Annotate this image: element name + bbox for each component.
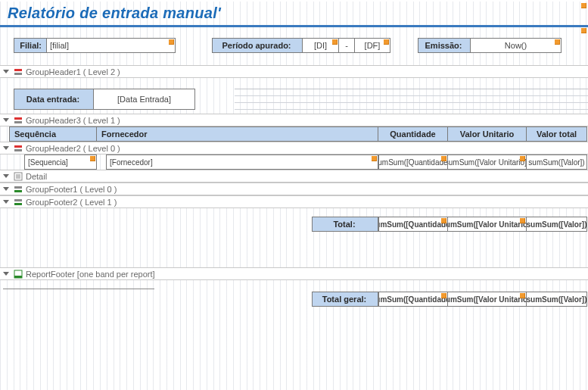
smart-tag-icon[interactable] [581, 3, 586, 8]
band-header-gf1[interactable]: GroupFooter1 ( Level 0 ) [0, 183, 588, 195]
gh1-body: Data entrada: [Data Entrada] [0, 78, 588, 114]
total-vu[interactable]: sumSum([Valor Unitario]) [448, 217, 527, 232]
svg-rect-2 [14, 117, 22, 120]
periodo-label: Período apurado: [212, 38, 303, 53]
cell-sum-qtd[interactable]: sumSum([Quantidade]) [378, 154, 448, 170]
report-title-band: Relatório de entrada manual' [0, 0, 588, 27]
band-label: ReportFooter [one band per report] [26, 270, 155, 279]
groupfooter-band-icon [14, 198, 23, 207]
reportfooter-band-icon [14, 270, 23, 279]
svg-rect-13 [14, 203, 22, 205]
smart-tag-icon[interactable] [90, 156, 95, 161]
band-label: GroupHeader2 ( Level 0 ) [26, 144, 120, 153]
detail-band-icon [14, 172, 23, 181]
smart-tag-icon[interactable] [555, 39, 560, 45]
collapse-toggle-icon[interactable] [3, 187, 9, 191]
svg-rect-11 [14, 190, 22, 192]
col-header-sequencia[interactable]: Sequência [9, 126, 97, 142]
collapse-toggle-icon[interactable] [3, 70, 9, 73]
smart-tag-icon[interactable] [441, 218, 446, 223]
periodo-df-field[interactable]: [DF] [354, 38, 390, 53]
groupheader-band-icon [14, 116, 23, 125]
smart-tag-icon[interactable] [520, 293, 525, 298]
svg-rect-15 [14, 276, 22, 278]
smart-tag-icon[interactable] [441, 293, 446, 298]
total-vt[interactable]: sumSum([Valor]) [527, 217, 587, 232]
smart-tag-icon[interactable] [441, 156, 446, 161]
cell-fornecedor[interactable]: [Fornecedor] [106, 154, 378, 170]
gh2-body: [Sequencia] [Fornecedor] sumSum([Quantid… [0, 154, 588, 170]
smart-tag-icon[interactable] [520, 156, 525, 161]
collapse-toggle-icon[interactable] [3, 200, 9, 204]
gf2-body: Total: sumSum([Quantidade]) sumSum([Valo… [0, 208, 588, 245]
band-header-detail[interactable]: Detail [0, 170, 588, 183]
filial-label: Filial: [14, 38, 47, 53]
svg-rect-10 [14, 186, 22, 189]
line-control[interactable] [3, 282, 154, 289]
col-header-valor-total[interactable]: Valor total [527, 126, 587, 142]
band-label: GroupFooter1 ( Level 0 ) [26, 185, 117, 194]
data-entrada-label: Data entrada: [14, 89, 94, 110]
periodo-dash: - [339, 38, 354, 53]
smart-tag-icon[interactable] [581, 28, 586, 33]
svg-rect-1 [14, 73, 22, 75]
svg-rect-0 [14, 69, 22, 71]
collapse-toggle-icon[interactable] [3, 174, 9, 178]
smart-tag-icon[interactable] [372, 156, 377, 161]
gh3-body: Sequência Fornecedor Quantidade Valor Un… [0, 126, 588, 142]
smart-tag-icon[interactable] [169, 39, 174, 45]
col-header-valor-unitario[interactable]: Valor Unitario [448, 126, 527, 142]
svg-rect-4 [14, 145, 22, 148]
data-entrada-field[interactable]: [Data Entrada] [94, 89, 195, 110]
grid-lines [235, 89, 588, 110]
report-params-band: Filial: [filial] Período apurado: [DI] -… [0, 27, 588, 65]
col-header-quantidade[interactable]: Quantidade [378, 126, 448, 142]
periodo-di-field[interactable]: [DI] [303, 38, 339, 53]
smart-tag-icon[interactable] [384, 39, 389, 45]
groupheader-band-icon [14, 144, 23, 153]
groupheader-band-icon [14, 67, 23, 76]
band-header-gh1[interactable]: GroupHeader1 ( Level 2 ) [0, 65, 588, 78]
band-header-gh2[interactable]: GroupHeader2 ( Level 0 ) [0, 142, 588, 154]
grand-total-vt[interactable]: sumSum([Valor]) [527, 292, 587, 307]
cell-sum-vu[interactable]: sumSum([Valor Unitario]) [448, 154, 527, 170]
svg-rect-3 [14, 121, 22, 123]
collapse-toggle-icon[interactable] [3, 272, 9, 276]
report-title: Relatório de entrada manual' [8, 5, 580, 22]
cell-sequencia[interactable]: [Sequencia] [24, 154, 97, 170]
svg-rect-5 [14, 149, 22, 151]
grand-total-vu[interactable]: sumSum([Valor Unitario]) [448, 292, 527, 307]
band-label: Detail [26, 172, 47, 181]
emissao-field[interactable]: Now() [471, 38, 562, 53]
collapse-toggle-icon[interactable] [3, 146, 9, 150]
grand-total-label: Total geral: [312, 292, 378, 307]
collapse-toggle-icon[interactable] [3, 118, 9, 122]
total-qtd[interactable]: sumSum([Quantidade]) [378, 217, 448, 232]
groupfooter-band-icon [14, 185, 23, 194]
smart-tag-icon[interactable] [332, 39, 338, 45]
cell-sum-vt[interactable]: sumSum([Valor]) [527, 154, 587, 170]
emissao-label: Emissão: [418, 38, 471, 53]
band-header-gf2[interactable]: GroupFooter2 ( Level 1 ) [0, 195, 588, 208]
rf-body: Total geral: sumSum([Quantidade]) sumSum… [0, 280, 588, 306]
band-label: GroupHeader3 ( Level 1 ) [26, 116, 120, 125]
band-label: GroupFooter2 ( Level 1 ) [26, 198, 117, 207]
band-header-gh3[interactable]: GroupHeader3 ( Level 1 ) [0, 114, 588, 126]
svg-rect-12 [14, 199, 22, 201]
col-header-fornecedor[interactable]: Fornecedor [97, 126, 378, 142]
smart-tag-icon[interactable] [520, 218, 525, 223]
filial-field[interactable]: [filial] [47, 38, 176, 53]
grand-total-qtd[interactable]: sumSum([Quantidade]) [378, 292, 448, 307]
band-header-rf[interactable]: ReportFooter [one band per report] [0, 267, 588, 280]
band-label: GroupHeader1 ( Level 2 ) [26, 67, 120, 76]
total-label: Total: [312, 217, 378, 232]
